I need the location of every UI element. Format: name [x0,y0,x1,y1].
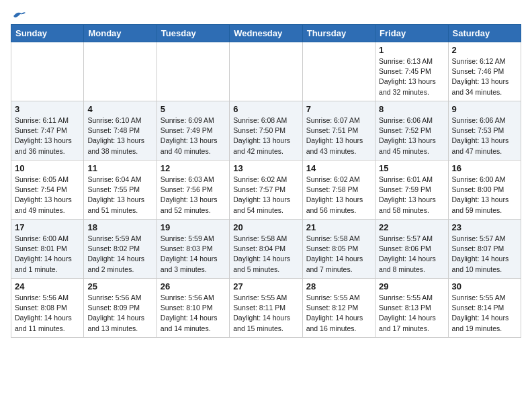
calendar-cell: 17Sunrise: 6:00 AMSunset: 8:01 PMDayligh… [11,220,84,279]
day-number: 14 [306,163,371,173]
day-number: 29 [379,281,444,291]
day-info: Sunrise: 6:05 AMSunset: 7:54 PMDaylight:… [15,175,80,216]
calendar-cell: 16Sunrise: 6:00 AMSunset: 8:00 PMDayligh… [448,161,521,220]
day-info: Sunrise: 6:12 AMSunset: 7:46 PMDaylight:… [452,56,517,97]
calendar-cell: 22Sunrise: 5:57 AMSunset: 8:06 PMDayligh… [375,220,448,279]
day-info: Sunrise: 6:00 AMSunset: 8:01 PMDaylight:… [15,234,80,275]
calendar-week-2: 3Sunrise: 6:11 AMSunset: 7:47 PMDaylight… [11,101,521,161]
calendar-cell: 9Sunrise: 6:06 AMSunset: 7:53 PMDaylight… [448,101,521,161]
calendar-cell: 25Sunrise: 5:56 AMSunset: 8:09 PMDayligh… [84,279,157,338]
weekday-header-sunday: Sunday [11,25,84,42]
day-number: 8 [379,104,444,114]
day-info: Sunrise: 5:56 AMSunset: 8:10 PMDaylight:… [161,293,226,334]
calendar-cell [302,42,375,101]
calendar-week-1: 1Sunrise: 6:13 AMSunset: 7:45 PMDaylight… [11,42,521,101]
day-info: Sunrise: 5:55 AMSunset: 8:13 PMDaylight:… [379,293,444,334]
day-number: 17 [15,222,80,232]
weekday-header-tuesday: Tuesday [157,25,229,42]
day-number: 27 [233,281,298,291]
calendar-cell: 10Sunrise: 6:05 AMSunset: 7:54 PMDayligh… [11,161,84,220]
calendar-body: 1Sunrise: 6:13 AMSunset: 7:45 PMDaylight… [11,42,521,338]
day-info: Sunrise: 5:55 AMSunset: 8:11 PMDaylight:… [233,293,298,334]
day-number: 25 [87,281,152,291]
day-number: 21 [306,222,371,232]
calendar-cell: 5Sunrise: 6:09 AMSunset: 7:49 PMDaylight… [157,101,229,161]
day-info: Sunrise: 6:10 AMSunset: 7:48 PMDaylight:… [87,116,152,156]
day-info: Sunrise: 6:06 AMSunset: 7:52 PMDaylight:… [379,116,444,156]
day-info: Sunrise: 6:06 AMSunset: 7:53 PMDaylight:… [452,116,517,156]
day-number: 30 [452,281,517,291]
calendar-cell: 30Sunrise: 5:55 AMSunset: 8:14 PMDayligh… [448,279,521,338]
day-info: Sunrise: 6:02 AMSunset: 7:57 PMDaylight:… [233,175,298,216]
calendar-cell: 19Sunrise: 5:59 AMSunset: 8:03 PMDayligh… [157,220,229,279]
day-info: Sunrise: 6:11 AMSunset: 7:47 PMDaylight:… [15,116,80,156]
day-number: 11 [87,163,152,173]
calendar-cell [11,42,84,101]
calendar-cell: 24Sunrise: 5:56 AMSunset: 8:08 PMDayligh… [11,279,84,338]
logo [11,11,27,19]
day-number: 19 [161,222,226,232]
calendar-cell [230,42,302,101]
day-number: 28 [306,281,371,291]
day-info: Sunrise: 6:01 AMSunset: 7:59 PMDaylight:… [379,175,444,216]
weekday-header-wednesday: Wednesday [230,25,302,42]
day-info: Sunrise: 5:56 AMSunset: 8:08 PMDaylight:… [15,293,80,334]
calendar-cell: 23Sunrise: 5:57 AMSunset: 8:07 PMDayligh… [448,220,521,279]
calendar-cell: 18Sunrise: 5:59 AMSunset: 8:02 PMDayligh… [84,220,157,279]
calendar-cell: 8Sunrise: 6:06 AMSunset: 7:52 PMDaylight… [375,101,448,161]
calendar-cell: 21Sunrise: 5:58 AMSunset: 8:05 PMDayligh… [302,220,375,279]
calendar-cell [157,42,229,101]
calendar-cell: 11Sunrise: 6:04 AMSunset: 7:55 PMDayligh… [84,161,157,220]
day-number: 15 [379,163,444,173]
calendar-table: SundayMondayTuesdayWednesdayThursdayFrid… [11,24,521,338]
calendar-cell: 1Sunrise: 6:13 AMSunset: 7:45 PMDaylight… [375,42,448,101]
day-info: Sunrise: 5:56 AMSunset: 8:09 PMDaylight:… [87,293,152,334]
day-number: 1 [379,45,444,55]
calendar-cell: 14Sunrise: 6:02 AMSunset: 7:58 PMDayligh… [302,161,375,220]
day-info: Sunrise: 6:00 AMSunset: 8:00 PMDaylight:… [452,175,517,216]
day-info: Sunrise: 5:59 AMSunset: 8:03 PMDaylight:… [161,234,226,275]
day-number: 22 [379,222,444,232]
day-number: 10 [15,163,80,173]
day-info: Sunrise: 6:07 AMSunset: 7:51 PMDaylight:… [306,116,371,156]
calendar-week-3: 10Sunrise: 6:05 AMSunset: 7:54 PMDayligh… [11,161,521,220]
calendar-week-5: 24Sunrise: 5:56 AMSunset: 8:08 PMDayligh… [11,279,521,338]
calendar-cell: 27Sunrise: 5:55 AMSunset: 8:11 PMDayligh… [230,279,302,338]
day-number: 2 [452,45,517,55]
day-info: Sunrise: 6:09 AMSunset: 7:49 PMDaylight:… [161,116,226,156]
weekday-header-monday: Monday [84,25,157,42]
calendar-header-row: SundayMondayTuesdayWednesdayThursdayFrid… [11,25,521,42]
calendar-cell: 6Sunrise: 6:08 AMSunset: 7:50 PMDaylight… [230,101,302,161]
calendar-cell: 29Sunrise: 5:55 AMSunset: 8:13 PMDayligh… [375,279,448,338]
calendar-cell: 28Sunrise: 5:55 AMSunset: 8:12 PMDayligh… [302,279,375,338]
day-number: 6 [233,104,298,114]
page-header [11,11,521,19]
day-number: 7 [306,104,371,114]
day-info: Sunrise: 6:02 AMSunset: 7:58 PMDaylight:… [306,175,371,216]
day-info: Sunrise: 5:57 AMSunset: 8:07 PMDaylight:… [452,234,517,275]
calendar-cell: 26Sunrise: 5:56 AMSunset: 8:10 PMDayligh… [157,279,229,338]
day-number: 23 [452,222,517,232]
day-number: 18 [87,222,152,232]
day-number: 9 [452,104,517,114]
weekday-header-saturday: Saturday [448,25,521,42]
day-info: Sunrise: 5:55 AMSunset: 8:12 PMDaylight:… [306,293,371,334]
day-number: 12 [161,163,226,173]
calendar-week-4: 17Sunrise: 6:00 AMSunset: 8:01 PMDayligh… [11,220,521,279]
calendar-cell: 13Sunrise: 6:02 AMSunset: 7:57 PMDayligh… [230,161,302,220]
day-number: 5 [161,104,226,114]
day-info: Sunrise: 5:58 AMSunset: 8:05 PMDaylight:… [306,234,371,275]
day-number: 26 [161,281,226,291]
calendar-cell [84,42,157,101]
day-number: 16 [452,163,517,173]
calendar-cell: 7Sunrise: 6:07 AMSunset: 7:51 PMDaylight… [302,101,375,161]
weekday-header-thursday: Thursday [302,25,375,42]
calendar-cell: 15Sunrise: 6:01 AMSunset: 7:59 PMDayligh… [375,161,448,220]
calendar-cell: 20Sunrise: 5:58 AMSunset: 8:04 PMDayligh… [230,220,302,279]
weekday-header-friday: Friday [375,25,448,42]
day-info: Sunrise: 6:08 AMSunset: 7:50 PMDaylight:… [233,116,298,156]
day-info: Sunrise: 6:04 AMSunset: 7:55 PMDaylight:… [87,175,152,216]
day-info: Sunrise: 5:55 AMSunset: 8:14 PMDaylight:… [452,293,517,334]
day-info: Sunrise: 5:57 AMSunset: 8:06 PMDaylight:… [379,234,444,275]
logo-bird-icon [12,11,27,21]
